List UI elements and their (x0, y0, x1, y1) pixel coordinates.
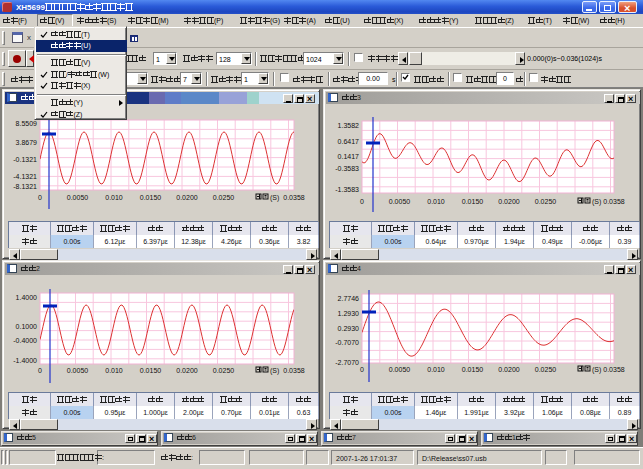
svg-text:0.0358: 0.0358 (283, 367, 305, 374)
svg-text:0.1000: 0.1000 (16, 323, 38, 330)
svg-text:0.0150: 0.0150 (462, 366, 484, 373)
svg-text:-1.4000: -1.4000 (13, 357, 37, 364)
svg-text:-8.1321: -8.1321 (13, 183, 37, 190)
svg-text:0: 0 (360, 366, 364, 373)
svg-text:0.0200: 0.0200 (176, 194, 198, 201)
svg-text:0.010: 0.010 (427, 198, 445, 205)
svg-text:(S): (S) (592, 198, 601, 206)
svg-text:0.0050: 0.0050 (67, 194, 89, 201)
svg-text:3.8679: 3.8679 (16, 139, 38, 146)
svg-text:0: 0 (360, 198, 364, 205)
svg-text:0.0050: 0.0050 (389, 198, 411, 205)
svg-text:-0.1321: -0.1321 (13, 156, 37, 163)
svg-text:8.5509: 8.5509 (16, 120, 38, 127)
svg-text:2.7746: 2.7746 (338, 295, 360, 302)
svg-text:(S): (S) (592, 366, 601, 374)
svg-text:1.3582: 1.3582 (338, 122, 360, 129)
svg-text:0.0250: 0.0250 (535, 366, 557, 373)
svg-text:0.1417: 0.1417 (338, 153, 360, 160)
svg-text:0.0150: 0.0150 (140, 367, 162, 374)
svg-text:0.0200: 0.0200 (498, 366, 520, 373)
svg-text:0.0050: 0.0050 (389, 366, 411, 373)
svg-text:1.2930: 1.2930 (338, 310, 360, 317)
svg-text:0.0358: 0.0358 (603, 366, 625, 373)
svg-text:0.0050: 0.0050 (67, 367, 89, 374)
svg-text:1.4000: 1.4000 (16, 294, 38, 301)
svg-text:0.0150: 0.0150 (140, 194, 162, 201)
svg-text:(S): (S) (270, 367, 279, 375)
svg-text:0.0200: 0.0200 (498, 198, 520, 205)
svg-text:0.0250: 0.0250 (213, 194, 235, 201)
svg-text:0.0200: 0.0200 (176, 367, 198, 374)
svg-text:0.0358: 0.0358 (603, 198, 625, 205)
svg-text:-0.3583: -0.3583 (335, 165, 359, 172)
svg-text:0.010: 0.010 (105, 367, 123, 374)
svg-text:0.0250: 0.0250 (213, 367, 235, 374)
svg-text:(S): (S) (270, 194, 279, 202)
svg-text:0.0250: 0.0250 (535, 198, 557, 205)
svg-text:0: 0 (38, 367, 42, 374)
svg-text:0.2930: 0.2930 (338, 325, 360, 332)
svg-text:0: 0 (38, 194, 42, 201)
svg-text:0.0150: 0.0150 (462, 198, 484, 205)
svg-text:0.6417: 0.6417 (338, 138, 360, 145)
svg-text:-1.3583: -1.3583 (335, 186, 359, 193)
svg-text:-0.7070: -0.7070 (335, 339, 359, 346)
svg-text:0.010: 0.010 (427, 366, 445, 373)
svg-text:-0.4000: -0.4000 (13, 337, 37, 344)
svg-text:0.010: 0.010 (105, 194, 123, 201)
svg-text:0.0358: 0.0358 (283, 194, 305, 201)
svg-text:-4.1321: -4.1321 (13, 173, 37, 180)
svg-text:-2.7070: -2.7070 (335, 359, 359, 366)
